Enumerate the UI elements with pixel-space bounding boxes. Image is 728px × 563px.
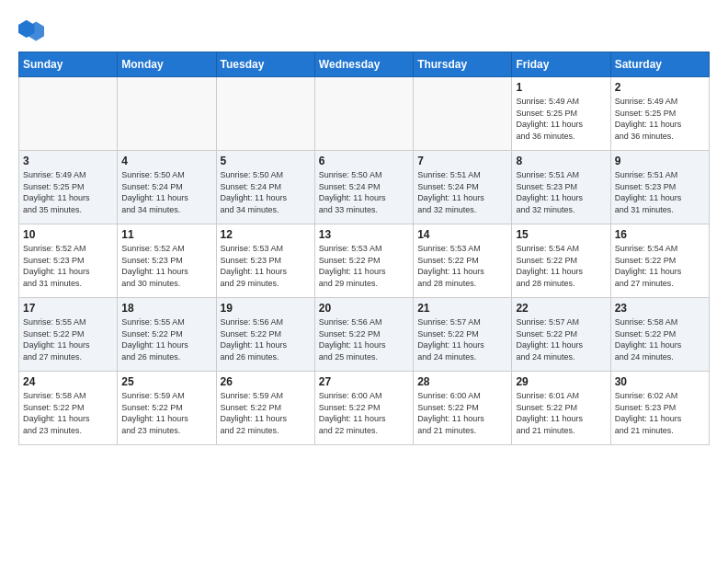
calendar-row-0: 1Sunrise: 5:49 AM Sunset: 5:25 PM Daylig… [19, 77, 710, 151]
day-number: 1 [516, 81, 606, 94]
calendar-cell-4-6: 30Sunrise: 6:02 AM Sunset: 5:23 PM Dayli… [610, 372, 709, 445]
day-info: Sunrise: 5:52 AM Sunset: 5:23 PM Dayligh… [121, 243, 211, 289]
day-info: Sunrise: 5:50 AM Sunset: 5:24 PM Dayligh… [121, 169, 211, 215]
day-info: Sunrise: 5:58 AM Sunset: 5:22 PM Dayligh… [615, 316, 705, 362]
calendar-cell-0-1 [118, 77, 216, 151]
day-info: Sunrise: 5:54 AM Sunset: 5:22 PM Dayligh… [516, 243, 606, 289]
day-number: 7 [417, 155, 507, 167]
day-info: Sunrise: 5:50 AM Sunset: 5:24 PM Dayligh… [319, 169, 409, 215]
day-number: 17 [23, 302, 113, 315]
day-info: Sunrise: 5:53 AM Sunset: 5:22 PM Dayligh… [417, 243, 507, 289]
weekday-header-saturday: Saturday [610, 52, 709, 77]
day-number: 26 [221, 375, 311, 388]
day-number: 25 [121, 375, 211, 388]
weekday-header-row: SundayMondayTuesdayWednesdayThursdayFrid… [19, 52, 710, 77]
calendar-cell-4-1: 25Sunrise: 5:59 AM Sunset: 5:22 PM Dayli… [118, 372, 216, 445]
day-number: 23 [615, 302, 705, 315]
weekday-header-tuesday: Tuesday [216, 52, 314, 77]
day-number: 5 [221, 155, 311, 167]
day-info: Sunrise: 6:01 AM Sunset: 5:22 PM Dayligh… [516, 390, 606, 436]
day-number: 18 [121, 302, 211, 315]
day-info: Sunrise: 5:59 AM Sunset: 5:22 PM Dayligh… [221, 390, 311, 436]
day-info: Sunrise: 5:57 AM Sunset: 5:22 PM Dayligh… [516, 316, 606, 362]
day-number: 22 [516, 302, 606, 315]
day-number: 6 [319, 155, 409, 167]
calendar-row-1: 3Sunrise: 5:49 AM Sunset: 5:25 PM Daylig… [19, 151, 710, 224]
calendar-cell-0-5: 1Sunrise: 5:49 AM Sunset: 5:25 PM Daylig… [512, 77, 610, 151]
day-number: 29 [516, 375, 606, 388]
day-number: 21 [417, 302, 507, 315]
day-number: 28 [417, 375, 507, 388]
day-number: 9 [615, 155, 705, 167]
day-info: Sunrise: 5:54 AM Sunset: 5:22 PM Dayligh… [615, 243, 705, 289]
day-number: 13 [319, 228, 409, 241]
calendar-cell-0-6: 2Sunrise: 5:49 AM Sunset: 5:25 PM Daylig… [610, 77, 709, 151]
calendar-cell-3-3: 20Sunrise: 5:56 AM Sunset: 5:22 PM Dayli… [314, 298, 413, 372]
calendar-cell-0-3 [314, 77, 413, 151]
day-info: Sunrise: 5:53 AM Sunset: 5:23 PM Dayligh… [221, 243, 311, 289]
weekday-header-sunday: Sunday [19, 52, 118, 77]
calendar-cell-3-0: 17Sunrise: 5:55 AM Sunset: 5:22 PM Dayli… [19, 298, 118, 372]
calendar-cell-3-2: 19Sunrise: 5:56 AM Sunset: 5:22 PM Dayli… [216, 298, 314, 372]
calendar-cell-0-2 [216, 77, 314, 151]
day-info: Sunrise: 5:50 AM Sunset: 5:24 PM Dayligh… [221, 169, 311, 215]
day-number: 14 [417, 228, 507, 241]
calendar-cell-1-2: 5Sunrise: 5:50 AM Sunset: 5:24 PM Daylig… [216, 151, 314, 224]
day-number: 27 [319, 375, 409, 388]
day-info: Sunrise: 6:00 AM Sunset: 5:22 PM Dayligh… [319, 390, 409, 436]
day-number: 3 [23, 155, 113, 167]
calendar-cell-2-1: 11Sunrise: 5:52 AM Sunset: 5:23 PM Dayli… [118, 224, 216, 298]
calendar-cell-4-2: 26Sunrise: 5:59 AM Sunset: 5:22 PM Dayli… [216, 372, 314, 445]
day-info: Sunrise: 5:53 AM Sunset: 5:22 PM Dayligh… [319, 243, 409, 289]
day-info: Sunrise: 5:49 AM Sunset: 5:25 PM Dayligh… [615, 96, 705, 142]
calendar-cell-0-0 [19, 77, 118, 151]
calendar-cell-1-3: 6Sunrise: 5:50 AM Sunset: 5:24 PM Daylig… [314, 151, 413, 224]
weekday-header-friday: Friday [512, 52, 610, 77]
day-info: Sunrise: 5:49 AM Sunset: 5:25 PM Dayligh… [516, 96, 606, 142]
day-number: 30 [615, 375, 705, 388]
page: SundayMondayTuesdayWednesdayThursdayFrid… [0, 0, 728, 460]
calendar-cell-4-0: 24Sunrise: 5:58 AM Sunset: 5:22 PM Dayli… [19, 372, 118, 445]
day-info: Sunrise: 5:56 AM Sunset: 5:22 PM Dayligh… [319, 316, 409, 362]
header [18, 15, 710, 44]
calendar-cell-1-5: 8Sunrise: 5:51 AM Sunset: 5:23 PM Daylig… [512, 151, 610, 224]
calendar-cell-3-6: 23Sunrise: 5:58 AM Sunset: 5:22 PM Dayli… [610, 298, 709, 372]
day-info: Sunrise: 5:55 AM Sunset: 5:22 PM Dayligh… [23, 316, 113, 362]
day-number: 11 [121, 228, 211, 241]
day-number: 19 [221, 302, 311, 315]
day-number: 4 [121, 155, 211, 167]
day-info: Sunrise: 5:51 AM Sunset: 5:24 PM Dayligh… [417, 169, 507, 215]
day-info: Sunrise: 5:51 AM Sunset: 5:23 PM Dayligh… [615, 169, 705, 215]
day-number: 8 [516, 155, 606, 167]
day-number: 2 [615, 81, 705, 94]
day-number: 15 [516, 228, 606, 241]
day-info: Sunrise: 5:52 AM Sunset: 5:23 PM Dayligh… [23, 243, 113, 289]
calendar-cell-3-5: 22Sunrise: 5:57 AM Sunset: 5:22 PM Dayli… [512, 298, 610, 372]
calendar-row-2: 10Sunrise: 5:52 AM Sunset: 5:23 PM Dayli… [19, 224, 710, 298]
day-number: 16 [615, 228, 705, 241]
calendar-row-4: 24Sunrise: 5:58 AM Sunset: 5:22 PM Dayli… [19, 372, 710, 445]
calendar-cell-4-5: 29Sunrise: 6:01 AM Sunset: 5:22 PM Dayli… [512, 372, 610, 445]
day-info: Sunrise: 5:57 AM Sunset: 5:22 PM Dayligh… [417, 316, 507, 362]
day-info: Sunrise: 6:00 AM Sunset: 5:22 PM Dayligh… [417, 390, 507, 436]
logo [18, 18, 48, 44]
logo-icon [18, 18, 44, 44]
day-info: Sunrise: 5:58 AM Sunset: 5:22 PM Dayligh… [23, 390, 113, 436]
calendar-cell-2-3: 13Sunrise: 5:53 AM Sunset: 5:22 PM Dayli… [314, 224, 413, 298]
day-info: Sunrise: 6:02 AM Sunset: 5:23 PM Dayligh… [615, 390, 705, 436]
calendar-cell-2-5: 15Sunrise: 5:54 AM Sunset: 5:22 PM Dayli… [512, 224, 610, 298]
day-info: Sunrise: 5:49 AM Sunset: 5:25 PM Dayligh… [23, 169, 113, 215]
calendar-table: SundayMondayTuesdayWednesdayThursdayFrid… [18, 52, 710, 445]
day-number: 10 [23, 228, 113, 241]
day-info: Sunrise: 5:56 AM Sunset: 5:22 PM Dayligh… [221, 316, 311, 362]
calendar-cell-4-3: 27Sunrise: 6:00 AM Sunset: 5:22 PM Dayli… [314, 372, 413, 445]
calendar-row-3: 17Sunrise: 5:55 AM Sunset: 5:22 PM Dayli… [19, 298, 710, 372]
weekday-header-monday: Monday [118, 52, 216, 77]
day-info: Sunrise: 5:59 AM Sunset: 5:22 PM Dayligh… [121, 390, 211, 436]
calendar-cell-1-1: 4Sunrise: 5:50 AM Sunset: 5:24 PM Daylig… [118, 151, 216, 224]
weekday-header-thursday: Thursday [414, 52, 512, 77]
calendar-cell-0-4 [414, 77, 512, 151]
calendar-cell-1-6: 9Sunrise: 5:51 AM Sunset: 5:23 PM Daylig… [610, 151, 709, 224]
day-info: Sunrise: 5:55 AM Sunset: 5:22 PM Dayligh… [121, 316, 211, 362]
calendar-cell-2-4: 14Sunrise: 5:53 AM Sunset: 5:22 PM Dayli… [414, 224, 512, 298]
